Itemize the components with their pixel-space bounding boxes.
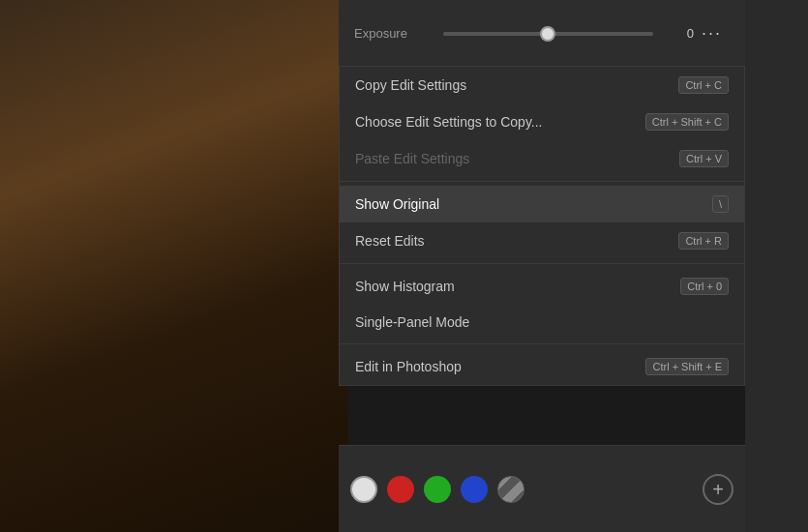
exposure-slider[interactable] [443,32,653,36]
striped-circle-button[interactable] [497,476,524,503]
menu-divider-6 [340,263,744,264]
add-button[interactable]: + [703,474,733,505]
blue-circle-button[interactable] [461,476,488,503]
menu-item-edit-in-photoshop[interactable]: Edit in PhotoshopCtrl + Shift + E [340,348,744,385]
menu-item-show-histogram[interactable]: Show HistogramCtrl + 0 [340,268,744,305]
menu-item-choose-edit-settings[interactable]: Choose Edit Settings to Copy...Ctrl + Sh… [340,103,744,140]
menu-item-reset-edits[interactable]: Reset EditsCtrl + R [340,222,744,259]
menu-item-show-original[interactable]: Show Original\ [340,186,744,222]
bottom-toolbar: + [339,445,745,532]
slider-thumb[interactable] [540,26,555,42]
menu-item-label-show-original: Show Original [355,196,439,212]
exposure-value: 0 [665,26,694,41]
background-photo [0,0,348,532]
menu-item-single-panel-mode[interactable]: Single-Panel Mode [340,305,744,340]
menu-item-label-show-histogram: Show Histogram [355,279,455,294]
red-circle-button[interactable] [387,476,414,503]
green-circle-button[interactable] [424,476,451,503]
menu-item-label-reset-edits: Reset Edits [355,233,425,249]
menu-item-shortcut-show-histogram: Ctrl + 0 [680,278,729,295]
menu-item-label-choose-edit-settings: Choose Edit Settings to Copy... [355,114,543,130]
menu-divider-9 [340,343,744,344]
exposure-section: Exposure 0 [354,26,694,41]
color-circles [350,476,703,503]
menu-item-paste-edit-settings: Paste Edit SettingsCtrl + V [340,140,744,177]
menu-item-shortcut-choose-edit-settings: Ctrl + Shift + C [645,113,729,131]
white-circle-button[interactable] [350,476,377,503]
menu-item-label-copy-edit-settings: Copy Edit Settings [355,77,466,93]
menu-item-label-edit-in-photoshop: Edit in Photoshop [355,359,462,374]
menu-item-label-single-panel-mode: Single-Panel Mode [355,314,469,330]
menu-item-shortcut-copy-edit-settings: Ctrl + C [678,76,729,94]
top-toolbar: Exposure 0 ··· [339,0,745,68]
slider-track [443,32,653,36]
right-panel [745,0,808,532]
context-menu: Copy Edit SettingsCtrl + CChoose Edit Se… [339,66,745,386]
menu-item-shortcut-show-original: \ [712,195,729,213]
more-button[interactable]: ··· [694,19,730,47]
menu-item-shortcut-reset-edits: Ctrl + R [678,232,729,250]
menu-item-label-paste-edit-settings: Paste Edit Settings [355,151,469,166]
menu-item-copy-edit-settings[interactable]: Copy Edit SettingsCtrl + C [340,67,744,103]
menu-item-shortcut-edit-in-photoshop: Ctrl + Shift + E [645,358,729,375]
exposure-label: Exposure [354,26,432,41]
menu-divider-3 [340,181,744,182]
menu-item-shortcut-paste-edit-settings: Ctrl + V [679,150,729,167]
